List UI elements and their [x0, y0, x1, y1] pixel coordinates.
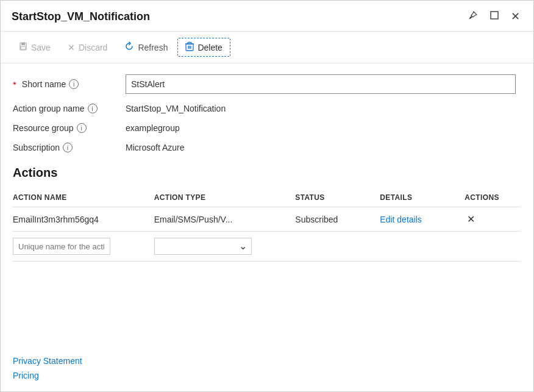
svg-rect-3	[21, 43, 25, 45]
discard-icon: ✕	[68, 43, 75, 52]
new-action-type-cell: Email/SMS/Push/Voice Webhook ITSM Automa…	[154, 232, 296, 262]
privacy-statement-link[interactable]: Privacy Statement	[13, 356, 521, 366]
edit-details-link[interactable]: Edit details	[380, 215, 421, 224]
table-cell-details: Edit details	[380, 207, 465, 232]
svg-rect-4	[21, 46, 26, 49]
table-cell-status: Subscribed	[295, 207, 380, 232]
new-action-type-select-wrapper: Email/SMS/Push/Voice Webhook ITSM Automa…	[154, 238, 252, 255]
new-row: Email/SMS/Push/Voice Webhook ITSM Automa…	[13, 232, 521, 262]
table-cell-action-name: EmailInt3m3rhm56gq4	[13, 207, 154, 232]
resource-group-info-icon[interactable]: i	[77, 123, 87, 133]
action-group-name-field-row: Action group name i StartStop_VM_Notific…	[13, 104, 521, 113]
col-header-details: DETAILS	[380, 188, 465, 207]
short-name-field-row: * Short name i	[13, 74, 521, 94]
required-indicator: *	[13, 79, 16, 90]
new-details-cell	[380, 232, 465, 262]
delete-row-button[interactable]: ✕	[465, 213, 477, 225]
actions-section-title: Actions	[13, 166, 521, 180]
new-action-name-cell	[13, 232, 154, 262]
delete-button[interactable]: Delete	[177, 38, 230, 57]
close-button[interactable]: ✕	[508, 10, 522, 23]
title-bar-icons: ✕	[466, 9, 522, 24]
table-header-row: ACTION NAME ACTION TYPE STATUS DETAILS A…	[13, 188, 521, 207]
content: * Short name i Action group name i Start…	[1, 63, 533, 391]
col-header-action-name: ACTION NAME	[13, 188, 154, 207]
panel: StartStop_VM_Notification ✕	[0, 0, 534, 392]
new-action-name-input[interactable]	[13, 238, 110, 255]
actions-section: Actions ACTION NAME ACTION TYPE STATUS D…	[13, 162, 521, 262]
subscription-label: Subscription i	[13, 143, 126, 152]
resource-group-label: Resource group i	[13, 123, 126, 133]
save-button[interactable]: Save	[12, 38, 58, 56]
refresh-label: Refresh	[138, 43, 168, 52]
toolbar: Save ✕ Discard Refresh	[1, 32, 533, 63]
pin-button[interactable]	[466, 9, 480, 24]
new-status-cell	[295, 232, 380, 262]
short-name-info-icon[interactable]: i	[69, 79, 79, 89]
col-header-action-type: ACTION TYPE	[154, 188, 296, 207]
svg-rect-1	[491, 12, 498, 19]
table-row: EmailInt3m3rhm56gq4 Email/SMS/Push/V... …	[13, 207, 521, 232]
panel-title: StartStop_VM_Notification	[12, 10, 150, 23]
action-group-name-label: Action group name i	[13, 104, 126, 113]
title-bar: StartStop_VM_Notification ✕	[1, 1, 533, 32]
table-cell-actions: ✕	[465, 207, 521, 232]
col-header-status: STATUS	[295, 188, 380, 207]
new-actions-cell	[465, 232, 521, 262]
resource-group-field-row: Resource group i examplegroup	[13, 123, 521, 133]
delete-label: Delete	[198, 43, 222, 52]
maximize-button[interactable]	[488, 10, 501, 23]
resource-group-value: examplegroup	[126, 123, 180, 133]
discard-label: Discard	[79, 43, 107, 52]
save-label: Save	[31, 43, 51, 52]
footer-links: Privacy Statement Pricing	[13, 344, 521, 380]
action-group-name-value: StartStop_VM_Notification	[126, 104, 226, 113]
subscription-info-icon[interactable]: i	[63, 143, 73, 152]
refresh-button[interactable]: Refresh	[117, 38, 175, 57]
refresh-icon	[124, 41, 134, 53]
save-icon	[19, 42, 27, 52]
delete-icon	[185, 41, 194, 53]
subscription-value: Microsoft Azure	[126, 143, 184, 152]
discard-button[interactable]: ✕ Discard	[60, 39, 115, 56]
short-name-label: * Short name i	[13, 79, 126, 90]
actions-table: ACTION NAME ACTION TYPE STATUS DETAILS A…	[13, 188, 521, 262]
new-action-type-select[interactable]: Email/SMS/Push/Voice Webhook ITSM Automa…	[154, 238, 252, 255]
table-cell-action-type: Email/SMS/Push/V...	[154, 207, 296, 232]
col-header-actions: ACTIONS	[465, 188, 521, 207]
subscription-field-row: Subscription i Microsoft Azure	[13, 143, 521, 152]
action-group-name-info-icon[interactable]: i	[88, 104, 98, 113]
short-name-input[interactable]	[126, 74, 516, 94]
pricing-link[interactable]: Pricing	[13, 371, 521, 380]
